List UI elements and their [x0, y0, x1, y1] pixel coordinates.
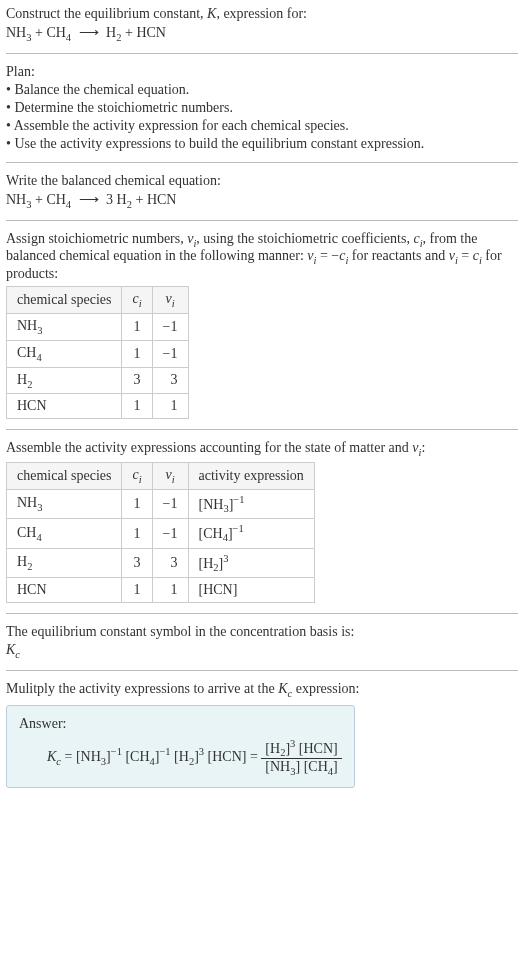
stoich-text: Assign stoichiometric numbers, νi, using… — [6, 231, 518, 283]
divider — [6, 53, 518, 54]
table-row: HCN11[HCN] — [7, 578, 315, 603]
intro-pre: Construct the equilibrium constant, — [6, 6, 207, 21]
cell-species: NH3 — [7, 313, 122, 340]
table-row: HCN11 — [7, 394, 189, 419]
table-row: NH31−1[NH3]−1 — [7, 489, 315, 518]
plan-item: • Balance the chemical equation. — [6, 82, 518, 98]
col-species: chemical species — [7, 463, 122, 490]
arrow-icon: ⟶ — [75, 24, 103, 41]
divider — [6, 429, 518, 430]
plan-item: • Determine the stoichiometric numbers. — [6, 100, 518, 116]
arrow-icon: ⟶ — [75, 191, 103, 208]
divider — [6, 670, 518, 671]
cell-ci: 1 — [122, 578, 152, 603]
cell-nui: −1 — [152, 489, 188, 518]
kc-symbol: Kc — [6, 642, 518, 660]
species: CH4 — [46, 192, 71, 207]
cell-ci: 1 — [122, 313, 152, 340]
table-row: H233[H2]3 — [7, 548, 315, 577]
col-ci: ci — [122, 463, 152, 490]
divider — [6, 613, 518, 614]
cell-species: HCN — [7, 394, 122, 419]
intro-K: K — [207, 6, 216, 21]
cell-species: HCN — [7, 578, 122, 603]
table-row: CH41−1[CH4]−1 — [7, 519, 315, 548]
species: HCN — [147, 192, 177, 207]
cell-nui: 3 — [152, 548, 188, 577]
kc-K-sub: c — [15, 649, 20, 660]
activity-text: Assemble the activity expressions accoun… — [6, 440, 518, 458]
answer-label: Answer: — [19, 716, 342, 732]
intro-line: Construct the equilibrium constant, K, e… — [6, 6, 518, 22]
balanced-equation: NH3 + CH4 ⟶ 3 H2 + HCN — [6, 191, 518, 210]
answer-box: Answer: Kc = [NH3]−1 [CH4]−1 [H2]3 [HCN]… — [6, 705, 355, 788]
table-header-row: chemical speciesciνi — [7, 287, 189, 314]
table-row: H233 — [7, 367, 189, 394]
cell-nui: −1 — [152, 340, 188, 367]
divider — [6, 162, 518, 163]
plan-heading: Plan: — [6, 64, 518, 80]
cell-ci: 3 — [122, 367, 152, 394]
cell-species: H2 — [7, 548, 122, 577]
col-nui: νi — [152, 463, 188, 490]
answer-equation: Kc = [NH3]−1 [CH4]−1 [H2]3 [HCN] = [H2]3… — [19, 738, 342, 777]
stoich-table: chemical speciesciνiNH31−1CH41−1H233HCN1… — [6, 286, 189, 419]
species: HCN — [136, 25, 166, 40]
unbalanced-equation: NH3 + CH4 ⟶ H2 + HCN — [6, 24, 518, 43]
species: 3 H2 — [106, 192, 132, 207]
cell-ci: 1 — [122, 394, 152, 419]
cell-nui: 1 — [152, 394, 188, 419]
species: CH4 — [46, 25, 71, 40]
table-row: CH41−1 — [7, 340, 189, 367]
cell-species: CH4 — [7, 340, 122, 367]
cell-activity: [H2]3 — [188, 548, 314, 577]
col-species: chemical species — [7, 287, 122, 314]
cell-species: H2 — [7, 367, 122, 394]
cell-activity: [CH4]−1 — [188, 519, 314, 548]
col-nui: νi — [152, 287, 188, 314]
cell-nui: 3 — [152, 367, 188, 394]
cell-nui: 1 — [152, 578, 188, 603]
cell-ci: 1 — [122, 489, 152, 518]
activity-table: chemical speciesciνiactivity expressionN… — [6, 462, 315, 603]
species: NH3 — [6, 25, 31, 40]
table-row: NH31−1 — [7, 313, 189, 340]
col-ci: ci — [122, 287, 152, 314]
fraction: [H2]3 [HCN][NH3] [CH4] — [261, 738, 341, 777]
cell-nui: −1 — [152, 519, 188, 548]
cell-ci: 1 — [122, 519, 152, 548]
species: NH3 — [6, 192, 31, 207]
table-header-row: chemical speciesciνiactivity expression — [7, 463, 315, 490]
balanced-heading: Write the balanced chemical equation: — [6, 173, 518, 189]
kc-K: K — [6, 642, 15, 657]
plan-item: • Assemble the activity expression for e… — [6, 118, 518, 134]
cell-species: CH4 — [7, 519, 122, 548]
cell-activity: [HCN] — [188, 578, 314, 603]
cell-ci: 3 — [122, 548, 152, 577]
cell-activity: [NH3]−1 — [188, 489, 314, 518]
col-activity: activity expression — [188, 463, 314, 490]
intro-post: , expression for: — [216, 6, 307, 21]
cell-species: NH3 — [7, 489, 122, 518]
species: H2 — [106, 25, 121, 40]
plan-item: • Use the activity expressions to build … — [6, 136, 518, 152]
cell-ci: 1 — [122, 340, 152, 367]
kc-text-line1: The equilibrium constant symbol in the c… — [6, 624, 518, 640]
multiply-text: Mulitply the activity expressions to arr… — [6, 681, 518, 699]
divider — [6, 220, 518, 221]
cell-nui: −1 — [152, 313, 188, 340]
